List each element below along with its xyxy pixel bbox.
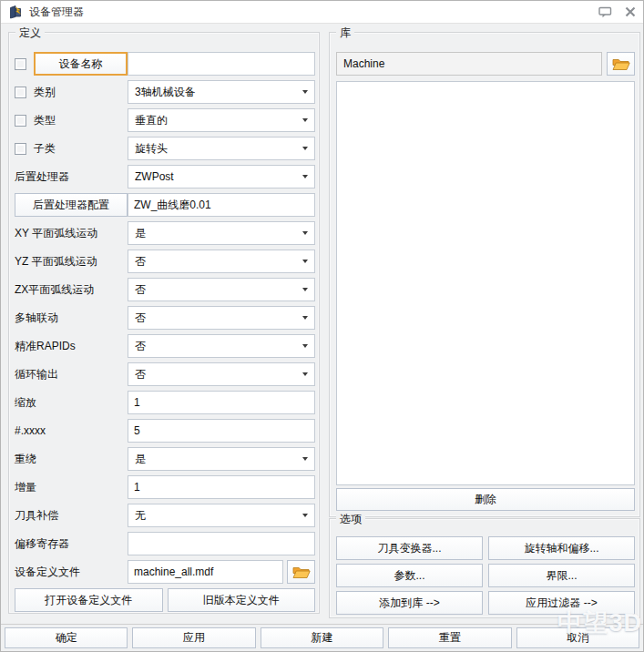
row-label: 重绕 [15, 452, 36, 467]
row-label-cell: 精准RAPIDs [15, 334, 128, 358]
options-button[interactable]: 旋转轴和偏移... [488, 536, 635, 560]
chevron-down-icon [302, 288, 308, 291]
device-manager-icon [8, 5, 23, 19]
row-label-cell: 多轴联动 [15, 306, 128, 330]
row-control-cell: 是 [128, 221, 315, 245]
form-row: 重绕是 [15, 447, 315, 471]
row-label: 类型 [34, 113, 56, 128]
library-list[interactable] [336, 81, 635, 485]
row-label: 设备定义文件 [15, 565, 80, 580]
label-button[interactable]: 设备名称 [34, 52, 128, 76]
row-label: XY 平面弧线运动 [15, 226, 97, 241]
chevron-down-icon [302, 175, 308, 178]
row-control-cell: 否 [128, 250, 315, 273]
close-icon[interactable] [625, 6, 636, 17]
dropdown[interactable]: 否 [128, 306, 315, 330]
text-input[interactable] [128, 475, 315, 499]
definition-footer-button[interactable]: 打开设备定义文件 [15, 588, 163, 612]
row-label-cell: 后置处理器 [15, 165, 128, 188]
row-checkbox[interactable] [15, 115, 26, 127]
definition-footer-button[interactable]: 旧版本定义文件 [168, 588, 316, 612]
chevron-down-icon [302, 118, 308, 122]
dropdown[interactable]: 否 [128, 334, 315, 358]
form-row: 设备名称 [15, 52, 315, 76]
dropdown-value: 3轴机械设备 [135, 85, 302, 100]
dropdown[interactable]: 否 [128, 362, 315, 386]
dropdown-value: 否 [135, 282, 302, 298]
options-button[interactable]: 刀具变换器... [336, 536, 483, 560]
footer-button[interactable]: 取消 [516, 627, 639, 648]
folder-icon [612, 57, 630, 71]
row-control-cell [128, 193, 315, 217]
row-control-cell [128, 419, 315, 443]
row-control-cell: 是 [128, 447, 315, 471]
row-checkbox[interactable] [15, 58, 26, 70]
label-button[interactable]: 后置处理器配置 [15, 193, 128, 217]
row-checkbox[interactable] [15, 143, 26, 155]
form-row: 后置处理器ZWPost [15, 165, 315, 188]
row-control-cell: 3轴机械设备 [128, 80, 315, 104]
row-control-cell [128, 391, 315, 414]
dropdown-value: 是 [135, 452, 302, 467]
form-row: XY 平面弧线运动是 [15, 221, 315, 245]
options-buttons: 刀具变换器...旋转轴和偏移...参数...界限...添加到库 -->应用过滤器… [336, 536, 635, 615]
row-control-cell: 否 [128, 334, 315, 358]
text-input[interactable] [128, 391, 315, 414]
form-row: 类型垂直的 [15, 108, 315, 132]
titlebar: 设备管理器 [1, 1, 643, 24]
footer-button[interactable]: 新建 [261, 627, 383, 648]
row-control-cell: 无 [128, 504, 315, 527]
definition-group-label: 定义 [15, 25, 45, 41]
row-control-cell: 否 [128, 362, 315, 386]
options-button[interactable]: 参数... [336, 564, 483, 587]
row-label: 后置处理器 [15, 169, 69, 185]
form-row: 多轴联动否 [15, 306, 315, 330]
dropdown[interactable]: ZWPost [128, 165, 315, 188]
delete-button[interactable]: 删除 [336, 488, 635, 511]
comment-icon[interactable] [598, 6, 612, 18]
dropdown[interactable]: 3轴机械设备 [128, 80, 315, 104]
options-button[interactable]: 界限... [488, 564, 635, 587]
row-label-cell: #.xxxx [15, 419, 128, 443]
row-label-cell: 类型 [15, 108, 128, 132]
form-row: ZX平面弧线运动否 [15, 278, 315, 301]
row-label: 刀具补偿 [15, 508, 58, 524]
form-row: 增量 [15, 475, 315, 499]
library-open-folder-button[interactable] [607, 52, 635, 76]
chevron-down-icon [302, 457, 308, 461]
form-row: YZ 平面弧线运动否 [15, 250, 315, 273]
text-input[interactable] [128, 193, 315, 217]
dropdown-value: 否 [135, 339, 302, 354]
row-label-cell: 后置处理器配置 [15, 193, 128, 217]
dropdown[interactable]: 否 [128, 278, 315, 301]
open-folder-button[interactable] [287, 560, 315, 584]
row-label: 多轴联动 [15, 311, 58, 326]
options-button[interactable]: 应用过滤器 --> [488, 591, 635, 615]
footer-button[interactable]: 确定 [5, 627, 128, 648]
text-input[interactable] [128, 52, 315, 76]
row-label-cell: 增量 [15, 475, 128, 499]
dropdown[interactable]: 是 [128, 447, 315, 471]
library-path-field[interactable]: Machine [336, 52, 602, 76]
dropdown[interactable]: 旋转头 [128, 137, 315, 160]
form-row: 循环输出否 [15, 362, 315, 386]
dropdown[interactable]: 否 [128, 250, 315, 273]
dropdown-value: ZWPost [135, 170, 302, 183]
dropdown[interactable]: 无 [128, 504, 315, 527]
text-input[interactable] [128, 560, 283, 584]
form-row: 后置处理器配置 [15, 193, 315, 217]
row-control-cell [128, 475, 315, 499]
row-checkbox[interactable] [15, 87, 26, 98]
row-label: YZ 平面弧线运动 [15, 254, 97, 270]
row-label: 精准RAPIDs [15, 339, 76, 354]
text-input[interactable] [128, 532, 315, 555]
dropdown[interactable]: 垂直的 [128, 108, 315, 132]
text-input[interactable] [128, 419, 315, 443]
row-label-cell: 重绕 [15, 447, 128, 471]
row-label-cell: 刀具补偿 [15, 504, 128, 527]
options-button[interactable]: 添加到库 --> [336, 591, 483, 615]
chevron-down-icon [302, 231, 308, 235]
footer-button[interactable]: 重置 [388, 627, 511, 648]
dropdown[interactable]: 是 [128, 221, 315, 245]
footer-button[interactable]: 应用 [132, 627, 255, 648]
